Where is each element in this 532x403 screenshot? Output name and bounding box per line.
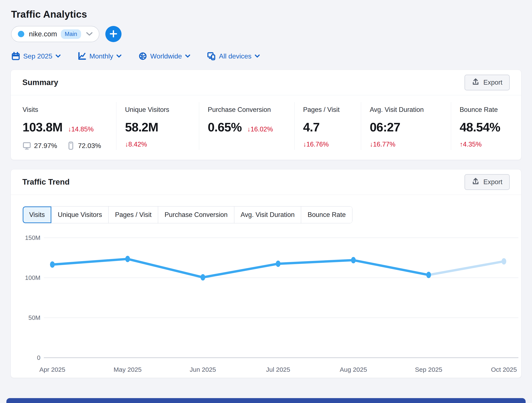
desktop-share: 27.97% xyxy=(34,142,57,150)
trend-metric-tabs: Visits Unique Visitors Pages / Visit Pur… xyxy=(23,206,352,223)
svg-text:Oct 2025: Oct 2025 xyxy=(491,366,517,373)
date-filter-label: Sep 2025 xyxy=(23,52,52,60)
chevron-down-icon xyxy=(255,55,260,58)
metric-value: 06:27 xyxy=(370,120,400,134)
tab-pages-per-visit[interactable]: Pages / Visit xyxy=(108,206,158,223)
svg-text:100M: 100M xyxy=(25,274,40,281)
svg-text:Jul 2025: Jul 2025 xyxy=(266,366,290,373)
next-section-top-edge xyxy=(6,398,526,403)
project-domain: nike.com xyxy=(29,30,57,38)
metric-change: ↓16.77% xyxy=(370,141,447,148)
traffic-trend-title: Traffic Trend xyxy=(22,178,70,186)
metric-unique-visitors: Unique Visitors 58.2M ↓8.42% xyxy=(116,102,199,150)
traffic-analytics-page: Traffic Analytics nike.com Main Sep 2025 xyxy=(0,0,532,403)
metric-value: 4.7 xyxy=(303,120,320,134)
region-filter[interactable]: Worldwide xyxy=(139,52,190,60)
svg-text:Sep 2025: Sep 2025 xyxy=(415,366,442,373)
tab-unique-visitors[interactable]: Unique Visitors xyxy=(51,206,108,223)
device-split-row: 27.97% 72.03% xyxy=(23,141,112,150)
filters-row: Sep 2025 Monthly Worldwide xyxy=(12,52,532,60)
metric-value: 58.2M xyxy=(125,120,158,134)
add-project-button[interactable] xyxy=(105,26,121,42)
summary-card: Summary Export Visits 103.8M ↓14.85% xyxy=(11,70,521,160)
metric-pages-per-visit: Pages / Visit 4.7 ↓16.76% xyxy=(294,102,361,150)
metric-label: Visits xyxy=(23,106,112,114)
metric-label: Purchase Conversion xyxy=(208,106,290,114)
metric-value: 0.65% xyxy=(208,120,241,134)
project-color-dot xyxy=(18,31,24,37)
devices-icon xyxy=(207,52,216,60)
metric-change: ↓16.02% xyxy=(247,125,273,133)
summary-export-button[interactable]: Export xyxy=(465,75,510,90)
traffic-trend-card-header: Traffic Trend Export xyxy=(11,169,521,195)
summary-card-header: Summary Export xyxy=(11,70,521,95)
traffic-trend-export-label: Export xyxy=(483,178,502,186)
svg-text:0: 0 xyxy=(37,354,40,361)
mobile-icon xyxy=(67,141,75,150)
chevron-down-icon xyxy=(56,55,61,58)
svg-text:50M: 50M xyxy=(29,314,40,321)
calendar-icon xyxy=(12,52,20,60)
metric-value: 103.8M xyxy=(23,120,62,134)
traffic-trend-card: Traffic Trend Export Visits Unique Visit… xyxy=(11,169,521,378)
metric-label: Avg. Visit Duration xyxy=(370,106,447,114)
chevron-down-icon xyxy=(86,32,93,36)
granularity-filter-label: Monthly xyxy=(89,52,113,60)
line-chart-icon xyxy=(78,52,86,60)
metric-change: ↓16.76% xyxy=(303,141,357,148)
mobile-share: 72.03% xyxy=(78,142,101,150)
date-filter[interactable]: Sep 2025 xyxy=(12,52,61,60)
svg-text:Aug 2025: Aug 2025 xyxy=(340,366,367,373)
chevron-down-icon xyxy=(116,55,121,58)
metric-change: ↑4.35% xyxy=(460,141,517,148)
svg-text:Jun 2025: Jun 2025 xyxy=(190,366,216,373)
metric-bounce-rate: Bounce Rate 48.54% ↑4.35% xyxy=(451,102,521,150)
svg-text:150M: 150M xyxy=(25,234,40,241)
globe-icon xyxy=(139,52,147,60)
export-upload-icon xyxy=(472,177,479,187)
region-filter-label: Worldwide xyxy=(150,52,182,60)
devices-filter[interactable]: All devices xyxy=(207,52,260,60)
summary-export-label: Export xyxy=(483,79,502,86)
metric-visits: Visits 103.8M ↓14.85% 27.97% 72.03% xyxy=(11,102,116,150)
plus-icon xyxy=(110,30,117,38)
devices-filter-label: All devices xyxy=(219,52,252,60)
metric-label: Bounce Rate xyxy=(460,106,517,114)
tab-avg-visit-duration[interactable]: Avg. Visit Duration xyxy=(234,206,301,223)
export-upload-icon xyxy=(472,78,479,87)
granularity-filter[interactable]: Monthly xyxy=(78,52,121,60)
tab-purchase-conversion[interactable]: Purchase Conversion xyxy=(158,206,234,223)
desktop-icon xyxy=(23,141,31,150)
page-title: Traffic Analytics xyxy=(0,0,532,20)
traffic-trend-export-button[interactable]: Export xyxy=(465,174,510,190)
main-badge: Main xyxy=(61,29,81,39)
metric-avg-visit-duration: Avg. Visit Duration 06:27 ↓16.77% xyxy=(361,102,451,150)
svg-text:May 2025: May 2025 xyxy=(114,366,142,373)
traffic-trend-chart[interactable]: 050M100M150MApr 2025May 2025Jun 2025Jul … xyxy=(11,229,522,378)
metric-label: Pages / Visit xyxy=(303,106,357,114)
metric-value: 48.54% xyxy=(460,120,500,134)
project-selector[interactable]: nike.com Main xyxy=(11,26,99,42)
metric-label: Unique Visitors xyxy=(125,106,195,114)
summary-metrics-row: Visits 103.8M ↓14.85% 27.97% 72.03% xyxy=(11,95,521,160)
metric-change: ↓14.85% xyxy=(68,125,94,133)
tab-visits[interactable]: Visits xyxy=(23,206,51,223)
project-selector-row: nike.com Main xyxy=(11,26,532,42)
svg-text:Apr 2025: Apr 2025 xyxy=(39,366,65,373)
summary-title: Summary xyxy=(22,78,58,87)
tab-bounce-rate[interactable]: Bounce Rate xyxy=(301,206,352,223)
metric-change: ↓8.42% xyxy=(125,141,195,148)
metric-purchase-conversion: Purchase Conversion 0.65% ↓16.02% xyxy=(199,102,294,150)
chevron-down-icon xyxy=(185,55,190,58)
